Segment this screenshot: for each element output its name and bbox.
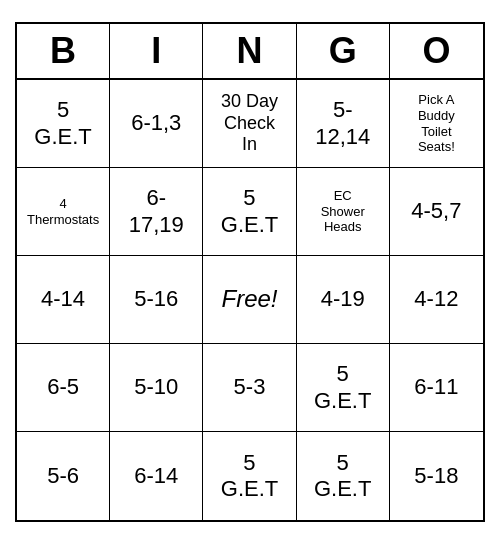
cell-value: 6-17,19	[129, 185, 184, 238]
cell-value: 5-12,14	[315, 97, 370, 150]
cell-value: 6-1,3	[131, 110, 181, 136]
cell-value: 5-16	[134, 286, 178, 312]
bingo-cell: 5-12,14	[297, 80, 390, 168]
cell-value: 4-5,7	[411, 198, 461, 224]
header-letter: G	[297, 24, 390, 78]
bingo-cell: 4Thermostats	[17, 168, 110, 256]
bingo-cell: 5G.E.T	[297, 344, 390, 432]
cell-value: ECShowerHeads	[321, 188, 365, 235]
cell-value: 5G.E.T	[221, 450, 278, 503]
cell-value: 6-5	[47, 374, 79, 400]
bingo-cell: Free!	[203, 256, 296, 344]
cell-value: 4-12	[414, 286, 458, 312]
bingo-cell: 6-5	[17, 344, 110, 432]
cell-value: 30 DayCheckIn	[221, 91, 278, 156]
cell-value: 5-18	[414, 463, 458, 489]
header-letter: B	[17, 24, 110, 78]
cell-value: 5G.E.T	[34, 97, 91, 150]
bingo-cell: 5G.E.T	[203, 432, 296, 520]
cell-value: 5G.E.T	[314, 361, 371, 414]
cell-value: 5-3	[234, 374, 266, 400]
bingo-cell: 5-16	[110, 256, 203, 344]
cell-value: 6-11	[414, 374, 458, 400]
bingo-cell: 6-11	[390, 344, 483, 432]
bingo-cell: 4-12	[390, 256, 483, 344]
bingo-header: BINGO	[17, 24, 483, 80]
bingo-cell: 5-3	[203, 344, 296, 432]
bingo-cell: 6-1,3	[110, 80, 203, 168]
bingo-cell: 5G.E.T	[17, 80, 110, 168]
bingo-cell: 4-5,7	[390, 168, 483, 256]
cell-value: 5G.E.T	[314, 450, 371, 503]
bingo-grid: 5G.E.T6-1,330 DayCheckIn5-12,14Pick ABud…	[17, 80, 483, 520]
cell-value: Free!	[221, 285, 277, 314]
bingo-cell: 30 DayCheckIn	[203, 80, 296, 168]
bingo-cell: 5G.E.T	[203, 168, 296, 256]
bingo-cell: 5-6	[17, 432, 110, 520]
bingo-cell: 5-10	[110, 344, 203, 432]
cell-value: Pick ABuddyToiletSeats!	[418, 92, 455, 154]
bingo-cell: 6-17,19	[110, 168, 203, 256]
bingo-cell: ECShowerHeads	[297, 168, 390, 256]
bingo-cell: 4-14	[17, 256, 110, 344]
cell-value: 4Thermostats	[27, 196, 99, 227]
bingo-cell: Pick ABuddyToiletSeats!	[390, 80, 483, 168]
cell-value: 4-19	[321, 286, 365, 312]
cell-value: 5-6	[47, 463, 79, 489]
header-letter: O	[390, 24, 483, 78]
header-letter: N	[203, 24, 296, 78]
bingo-cell: 6-14	[110, 432, 203, 520]
bingo-card: BINGO 5G.E.T6-1,330 DayCheckIn5-12,14Pic…	[15, 22, 485, 522]
cell-value: 4-14	[41, 286, 85, 312]
bingo-cell: 5G.E.T	[297, 432, 390, 520]
cell-value: 5-10	[134, 374, 178, 400]
bingo-cell: 4-19	[297, 256, 390, 344]
cell-value: 6-14	[134, 463, 178, 489]
cell-value: 5G.E.T	[221, 185, 278, 238]
header-letter: I	[110, 24, 203, 78]
bingo-cell: 5-18	[390, 432, 483, 520]
